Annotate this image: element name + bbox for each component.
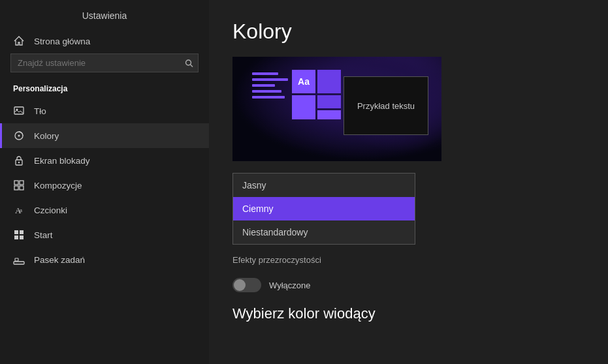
toggle-knob: [234, 279, 246, 291]
svg-rect-10: [14, 186, 18, 190]
svg-rect-18: [14, 262, 24, 264]
main-content: Kolory Aa Przykład tekstu: [209, 0, 608, 364]
svg-rect-16: [14, 235, 18, 239]
kompozycje-icon: [13, 179, 25, 191]
theme-dropdown[interactable]: Jasny Ciemny Niestandardowy: [232, 173, 415, 245]
start-line-5: [252, 96, 285, 99]
page-title: Kolory: [232, 20, 584, 44]
theme-option-ciemny[interactable]: Ciemny: [233, 197, 415, 220]
sidebar: Ustawienia Strona główna Personalizacja: [0, 0, 209, 364]
svg-rect-9: [20, 181, 24, 185]
tlo-icon: [13, 105, 25, 117]
svg-rect-17: [20, 235, 24, 239]
transparency-toggle[interactable]: [232, 278, 261, 292]
svg-rect-15: [20, 230, 24, 234]
start-line-4: [252, 90, 281, 93]
search-icon: [185, 59, 193, 67]
tlo-label: Tło: [34, 106, 46, 116]
preview-area: Aa Przykład tekstu: [232, 57, 441, 161]
pasek-zadan-label: Pasek zadań: [34, 255, 85, 265]
start-icon: [13, 229, 25, 241]
svg-point-5: [18, 135, 20, 137]
svg-rect-11: [20, 186, 24, 190]
svg-point-7: [18, 162, 20, 163]
search-input[interactable]: [10, 53, 199, 72]
tile-aa: Aa: [292, 70, 315, 93]
sidebar-item-home[interactable]: Strona główna: [0, 29, 209, 53]
effects-row: Efekty przezroczystości: [232, 255, 584, 265]
tile-top-right: [317, 70, 341, 93]
tile-grid: Aa: [292, 70, 341, 119]
sidebar-item-kompozycje[interactable]: Kompozycje: [0, 173, 209, 198]
start-line-1: [252, 72, 278, 75]
czcionki-icon: A a: [13, 204, 25, 216]
start-line-3: [252, 84, 275, 87]
svg-rect-14: [14, 230, 18, 234]
svg-point-3: [16, 109, 18, 111]
start-menu-lines: [252, 70, 288, 119]
text-preview-label: Przykład tekstu: [357, 101, 415, 111]
toggle-row: Wyłączone: [232, 278, 584, 292]
svg-rect-19: [15, 258, 18, 261]
kompozycje-label: Kompozycje: [34, 181, 82, 190]
toggle-state-label: Wyłączone: [269, 281, 310, 290]
kolory-label: Kolory: [34, 131, 59, 141]
sidebar-item-pasek-zadan[interactable]: Pasek zadań: [0, 247, 209, 272]
sidebar-item-czcionki[interactable]: A a Czcionki: [0, 198, 209, 222]
theme-option-jasny[interactable]: Jasny: [233, 174, 415, 197]
window-title: Ustawienia: [0, 0, 209, 29]
text-preview-box: Przykład tekstu: [344, 76, 428, 135]
svg-point-0: [186, 60, 191, 65]
sidebar-item-ekran-blokady[interactable]: Ekran blokady: [0, 148, 209, 173]
pasek-zadan-icon: [13, 254, 25, 265]
kolory-icon: [13, 130, 25, 142]
effects-label: Efekty przezroczystości: [232, 255, 321, 265]
lock-icon: [13, 155, 25, 166]
ekran-blokady-label: Ekran blokady: [34, 156, 90, 166]
start-menu-mockup: Aa: [252, 70, 341, 119]
start-line-2: [252, 78, 288, 81]
svg-rect-2: [14, 107, 24, 114]
theme-option-niestandardowy[interactable]: Niestandardowy: [233, 220, 415, 244]
sidebar-item-start[interactable]: Start: [0, 222, 209, 247]
home-icon: [13, 35, 25, 47]
czcionki-label: Czcionki: [34, 205, 67, 215]
home-label: Strona główna: [34, 37, 90, 46]
tile-bottom-left: [292, 95, 315, 119]
search-box: [10, 53, 199, 72]
section-label: Personalizacja: [0, 80, 209, 99]
svg-rect-8: [14, 181, 18, 185]
color-section-title: Wybierz kolor wiodący: [232, 305, 584, 322]
sidebar-item-tlo[interactable]: Tło: [0, 99, 209, 123]
tile-bottom-right-bottom: [317, 110, 341, 119]
sidebar-item-kolory[interactable]: Kolory: [0, 123, 209, 148]
svg-line-1: [191, 65, 193, 67]
start-label: Start: [34, 230, 53, 240]
tile-bottom-right-top: [317, 95, 341, 108]
svg-text:a: a: [20, 207, 22, 213]
